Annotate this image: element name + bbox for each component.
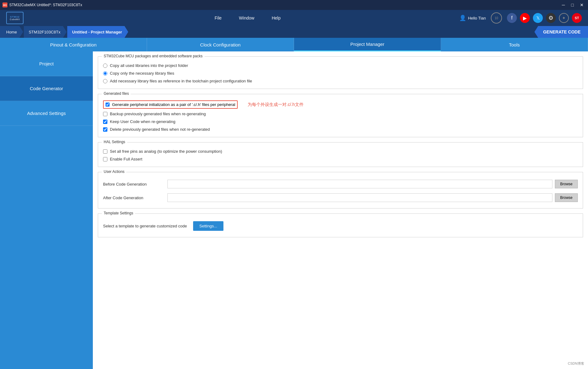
enable-assert-checkbox[interactable] xyxy=(103,157,107,161)
facebook-icon[interactable]: f xyxy=(507,13,517,23)
user-info: 👤 Hello Tian xyxy=(459,15,486,21)
user-icon: 👤 xyxy=(459,15,466,21)
sidebar-item-project[interactable]: Project xyxy=(0,51,93,76)
sidebar-item-advanced-settings[interactable]: Advanced Settings xyxy=(0,101,93,126)
breadcrumb-project[interactable]: Untitled - Project Manager xyxy=(67,26,128,38)
user-actions-section: User Actions Before Code Generation Brow… xyxy=(98,172,583,209)
radio-add-reference-label: Add necessary library files as reference… xyxy=(110,79,252,83)
mcu-section-label: STM32Cube MCU packages and embedded soft… xyxy=(102,54,205,58)
after-code-browse-button[interactable]: Browse xyxy=(555,193,578,202)
hal-settings-section: HAL Settings Set all free pins as analog… xyxy=(98,142,583,167)
menu-help[interactable]: Help xyxy=(269,14,283,22)
radio-copy-all: Copy all used libraries into the project… xyxy=(103,62,578,69)
generate-peripheral-checkbox[interactable] xyxy=(106,103,110,107)
keep-user-code-checkbox[interactable] xyxy=(103,120,107,124)
content-area: STM32Cube MCU packages and embedded soft… xyxy=(93,51,588,369)
set-analog-row: Set all free pins as analog (to optimize… xyxy=(103,147,578,155)
before-code-input[interactable] xyxy=(167,180,552,188)
enable-assert-row: Enable Full Assert xyxy=(103,155,578,163)
radio-copy-all-input[interactable] xyxy=(103,64,107,68)
generated-files-label: Generated files xyxy=(102,91,131,96)
social-icons: f ▶ 𝕏 ⚙ ✦ ST xyxy=(507,13,582,23)
generate-code-button[interactable]: GENERATE CODE xyxy=(534,26,588,38)
menu-bar: STM32 CubeMX File Window Help 👤 Hello Ti… xyxy=(0,10,588,26)
after-code-row: After Code Generation Browse xyxy=(103,191,578,204)
before-code-row: Before Code Generation Browse xyxy=(103,177,578,191)
template-description: Select a template to generate customized… xyxy=(103,224,187,228)
minimize-button[interactable]: ─ xyxy=(560,2,567,8)
before-code-label: Before Code Generation xyxy=(103,182,165,187)
title-bar: MX STM32CubeMX Untitled*: STM32F103C8Tx … xyxy=(0,0,588,10)
logo-cubemx-text: CubeMX xyxy=(10,18,20,20)
backup-files-checkbox[interactable] xyxy=(103,112,107,116)
template-settings-button[interactable]: Settings... xyxy=(193,221,223,231)
generate-peripheral-checkbox-container: Generate peripheral initialization as a … xyxy=(103,100,238,109)
user-actions-label: User Actions xyxy=(102,169,126,174)
badge-icon: 10 xyxy=(491,12,502,24)
keep-user-code-label: Keep User Code when re-generating xyxy=(110,119,175,124)
tab-tools[interactable]: Tools xyxy=(441,38,588,51)
after-code-input[interactable] xyxy=(167,193,552,202)
app-icon: MX xyxy=(2,2,7,7)
radio-copy-necessary: Copy only the necessary library files xyxy=(103,69,578,77)
sidebar-item-code-generator[interactable]: Code Generator xyxy=(0,76,93,101)
delete-files-row: Delete previously generated files when n… xyxy=(103,125,578,133)
generated-files-section: Generated files Generate peripheral init… xyxy=(98,94,583,137)
radio-add-reference: Add necessary library files as reference… xyxy=(103,77,578,85)
annotation-text: 为每个外设生成一对.c/.h文件 xyxy=(248,102,303,108)
hal-settings-label: HAL Settings xyxy=(102,140,127,144)
user-name: Hello Tian xyxy=(468,16,486,20)
content-scroll: STM32Cube MCU packages and embedded soft… xyxy=(93,56,588,244)
set-analog-checkbox[interactable] xyxy=(103,149,107,154)
title-bar-left: MX STM32CubeMX Untitled*: STM32F103C8Tx xyxy=(2,2,82,7)
template-settings-section: Template Settings Select a template to g… xyxy=(98,213,583,237)
maximize-button[interactable]: □ xyxy=(569,2,576,8)
enable-assert-label: Enable Full Assert xyxy=(110,157,142,161)
close-button[interactable]: ✕ xyxy=(578,2,586,8)
breadcrumb-chip[interactable]: STM32F103C8Tx xyxy=(24,26,67,38)
tab-pinout[interactable]: Pinout & Configuration xyxy=(0,38,147,51)
generate-peripheral-row: Generate peripheral initialization as a … xyxy=(103,99,578,110)
app-logo: STM32 CubeMX xyxy=(6,12,24,24)
menu-file[interactable]: File xyxy=(212,14,224,22)
csdn-watermark: CSDN博客 xyxy=(567,361,586,367)
after-code-label: After Code Generation xyxy=(103,195,165,200)
tab-project-manager[interactable]: Project Manager xyxy=(294,38,441,51)
title-bar-controls: ─ □ ✕ xyxy=(560,2,586,8)
template-settings-label: Template Settings xyxy=(102,211,135,215)
st-icon[interactable]: ST xyxy=(572,13,582,23)
keep-user-code-row: Keep User Code when re-generating xyxy=(103,118,578,125)
tab-clock[interactable]: Clock Configuration xyxy=(147,38,294,51)
delete-files-checkbox[interactable] xyxy=(103,127,107,132)
generate-peripheral-label: Generate peripheral initialization as a … xyxy=(112,102,235,107)
logo-stm32-text: STM32 xyxy=(10,15,20,18)
sidebar: Project Code Generator Advanced Settings xyxy=(0,51,93,369)
before-code-browse-button[interactable]: Browse xyxy=(555,180,578,188)
twitter-icon[interactable]: 𝕏 xyxy=(533,13,543,23)
backup-files-label: Backup previously generated files when r… xyxy=(110,112,206,116)
youtube-icon[interactable]: ▶ xyxy=(520,13,530,23)
menu-items: File Window Help xyxy=(36,14,459,22)
network-icon[interactable]: ✦ xyxy=(559,13,569,23)
breadcrumb: Home STM32F103C8Tx Untitled - Project Ma… xyxy=(0,26,588,38)
template-settings-row: Select a template to generate customized… xyxy=(103,219,578,233)
main-content: Project Code Generator Advanced Settings… xyxy=(0,51,588,369)
delete-files-label: Delete previously generated files when n… xyxy=(110,127,210,132)
breadcrumb-home[interactable]: Home xyxy=(0,26,23,38)
backup-files-row: Backup previously generated files when r… xyxy=(103,110,578,118)
radio-copy-necessary-label: Copy only the necessary library files xyxy=(110,71,174,76)
radio-copy-all-label: Copy all used libraries into the project… xyxy=(110,63,188,68)
github-icon[interactable]: ⚙ xyxy=(546,13,556,23)
radio-copy-necessary-input[interactable] xyxy=(103,71,107,76)
set-analog-label: Set all free pins as analog (to optimize… xyxy=(110,149,222,154)
menu-window[interactable]: Window xyxy=(236,14,257,22)
window-title: STM32CubeMX Untitled*: STM32F103C8Tx xyxy=(9,3,82,7)
radio-add-reference-input[interactable] xyxy=(103,79,107,83)
logo-box: STM32 CubeMX xyxy=(6,12,24,24)
mcu-packages-section: STM32Cube MCU packages and embedded soft… xyxy=(98,56,583,89)
tab-bar: Pinout & Configuration Clock Configurati… xyxy=(0,38,588,51)
menu-right: 👤 Hello Tian 10 f ▶ 𝕏 ⚙ ✦ ST xyxy=(459,12,582,24)
